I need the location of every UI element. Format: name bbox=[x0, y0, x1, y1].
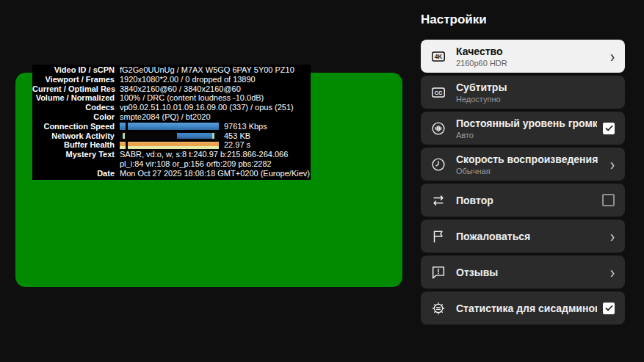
feedback-icon bbox=[430, 264, 447, 281]
settings-item-feedback[interactable]: Отзывы› bbox=[421, 256, 625, 289]
stats-for-nerds-overlay: Video ID / sCPNfG2Ge0UUnUg / M7AX W5GQ 6… bbox=[32, 65, 311, 180]
flag-icon bbox=[430, 228, 447, 245]
date-label: Date bbox=[32, 169, 120, 178]
settings-item-title: Повтор bbox=[456, 195, 596, 206]
stats-label: Buffer Health bbox=[32, 140, 120, 150]
stats-row: Video ID / sCPNfG2Ge0UUnUg / M7AX W5GQ 6… bbox=[32, 65, 311, 75]
stats-label: Current / Optimal Res bbox=[32, 84, 120, 94]
stats-row: pl_i:84 vir:108 or_p:156 orfb:209 pbs:22… bbox=[32, 159, 311, 169]
settings-item-subtitle: Недоступно bbox=[456, 95, 615, 104]
settings-item-texts: Пожаловаться bbox=[456, 231, 604, 242]
constant-volume-icon bbox=[430, 120, 447, 137]
settings-item-subtitle: Авто bbox=[456, 131, 597, 140]
stats-label: Video ID / sCPN bbox=[32, 65, 120, 75]
activity-burst bbox=[177, 133, 212, 139]
stats-value: 100% / DRC (content loudness -10.0dB) bbox=[120, 93, 311, 103]
settings-item-texts: Постоянный уровень громко...Авто bbox=[456, 117, 597, 140]
stats-row: Viewport / Frames1920x1080*2.00 / 0 drop… bbox=[32, 75, 311, 84]
activity-graph bbox=[120, 132, 219, 140]
stats-label: Connection Speed bbox=[32, 122, 120, 131]
graph-segment bbox=[120, 132, 126, 140]
settings-item-texts: Статистика для сисадминов bbox=[456, 303, 597, 314]
stats-label: Volume / Normalized bbox=[32, 93, 120, 103]
settings-item-quality[interactable]: 4KКачество2160p60 HDR› bbox=[421, 40, 625, 73]
settings-item-title: Отзывы bbox=[456, 267, 604, 278]
settings-item-texts: Повтор bbox=[456, 195, 596, 206]
repeat-icon bbox=[430, 192, 447, 209]
settings-item-playback-speed[interactable]: Скорость воспроизведенияОбычная› bbox=[421, 148, 625, 181]
stats-row: Codecsvp09.02.51.10.01.09.16.09.00 (337)… bbox=[32, 103, 311, 112]
chevron-right-icon: › bbox=[610, 264, 615, 280]
settings-item-report[interactable]: Пожаловаться› bbox=[421, 220, 625, 253]
stats-value: 1920x1080*2.00 / 0 dropped of 13890 bbox=[120, 75, 311, 84]
settings-item-texts: Качество2160p60 HDR bbox=[456, 46, 604, 68]
settings-item-subtitle: Обычная bbox=[456, 167, 604, 175]
checkbox-unchecked[interactable] bbox=[602, 194, 615, 206]
stats-label: Viewport / Frames bbox=[32, 75, 120, 84]
stats-row: Mystery TextSABR, vd:o, w, s:8 t:240.97 … bbox=[32, 150, 311, 159]
graph-value: 22.97 s bbox=[224, 140, 311, 150]
stats-label: Codecs bbox=[32, 103, 120, 112]
settings-item-title: Субтитры bbox=[456, 82, 615, 93]
stats-graph-row: Buffer Health22.97 s bbox=[32, 140, 311, 150]
graph-value: 97613 Kbps bbox=[224, 122, 311, 131]
stats-row: Colorsmpte2084 (PQ) / bt2020 bbox=[32, 112, 311, 122]
stats-value: vp09.02.51.10.01.09.16.09.00 (337) / opu… bbox=[120, 103, 311, 112]
settings-item-stable-volume[interactable]: Постоянный уровень громко...Авто bbox=[421, 112, 625, 145]
chevron-right-icon: › bbox=[610, 156, 615, 173]
settings-item-title: Качество bbox=[456, 46, 604, 57]
stats-nerds-icon bbox=[430, 300, 447, 317]
settings-item-subtitle: 2160p60 HDR bbox=[456, 59, 604, 68]
settings-menu: 4KКачество2160p60 HDR›CCСубтитрыНедоступ… bbox=[421, 40, 625, 325]
settings-item-texts: СубтитрыНедоступно bbox=[456, 82, 615, 104]
tv-app-screen: Video ID / sCPNfG2Ge0UUnUg / M7AX W5GQ 6… bbox=[0, 0, 644, 362]
date-value: Mon Oct 27 2025 18:08:18 GMT+0200 (Europ… bbox=[120, 169, 311, 178]
checkbox-checked[interactable] bbox=[603, 123, 615, 134]
stats-value: 3840x2160@60 / 3840x2160@60 bbox=[120, 84, 311, 94]
settings-item-title: Пожаловаться bbox=[456, 231, 604, 242]
settings-item-texts: Отзывы bbox=[456, 267, 604, 278]
svg-text:4K: 4K bbox=[435, 54, 443, 60]
settings-item-title: Скорость воспроизведения bbox=[456, 153, 604, 165]
stats-label: Network Activity bbox=[32, 131, 120, 141]
settings-item-stats-for-nerds[interactable]: Статистика для сисадминов bbox=[421, 292, 625, 325]
graph-bar bbox=[128, 142, 219, 149]
graph-bar bbox=[128, 123, 219, 130]
graph-value: 453 KB bbox=[224, 131, 311, 141]
stats-value: smpte2084 (PQ) / bt2020 bbox=[120, 112, 311, 122]
checkbox-checked[interactable] bbox=[603, 303, 615, 314]
mystery-text-label: Mystery Text bbox=[32, 150, 120, 159]
stats-value: fG2Ge0UUnUg / M7AX W5GQ 6PAY 5Y00 PZ10 bbox=[120, 65, 311, 75]
stats-label: Color bbox=[32, 112, 120, 122]
svg-text:CC: CC bbox=[435, 89, 443, 95]
settings-panel-title: Настройки bbox=[421, 12, 487, 27]
chevron-right-icon: › bbox=[610, 228, 615, 245]
settings-item-subtitles[interactable]: CCСубтитрыНедоступно bbox=[421, 76, 625, 109]
stats-graph-row: Connection Speed97613 Kbps bbox=[32, 122, 311, 131]
chevron-right-icon: › bbox=[610, 48, 615, 65]
activity-tick bbox=[212, 133, 214, 139]
mystery-text-line1: SABR, vd:o, w, s:8 t:240.97 b:215.866-26… bbox=[120, 150, 311, 159]
settings-item-title: Постоянный уровень громко... bbox=[456, 117, 597, 129]
stats-graph-row: Network Activity453 KB bbox=[32, 131, 311, 141]
stats-row: Volume / Normalized100% / DRC (content l… bbox=[32, 93, 311, 103]
stats-row: DateMon Oct 27 2025 18:08:18 GMT+0200 (E… bbox=[32, 169, 311, 178]
badge-cc-icon: CC bbox=[430, 84, 447, 101]
activity-tick bbox=[123, 133, 125, 139]
clock-icon bbox=[430, 156, 447, 173]
settings-item-title: Статистика для сисадминов bbox=[456, 303, 597, 314]
buffer-graph bbox=[120, 142, 219, 149]
speed-graph bbox=[120, 123, 219, 130]
settings-item-repeat[interactable]: Повтор bbox=[421, 184, 625, 217]
badge-4k-icon: 4K bbox=[430, 48, 447, 65]
mystery-text-line2: pl_i:84 vir:108 or_p:156 orfb:209 pbs:22… bbox=[120, 159, 311, 169]
settings-item-texts: Скорость воспроизведенияОбычная bbox=[456, 153, 604, 175]
graph-segment bbox=[120, 123, 126, 130]
graph-bar bbox=[128, 132, 219, 140]
stats-row: Current / Optimal Res3840x2160@60 / 3840… bbox=[32, 84, 311, 94]
graph-segment bbox=[120, 142, 126, 149]
